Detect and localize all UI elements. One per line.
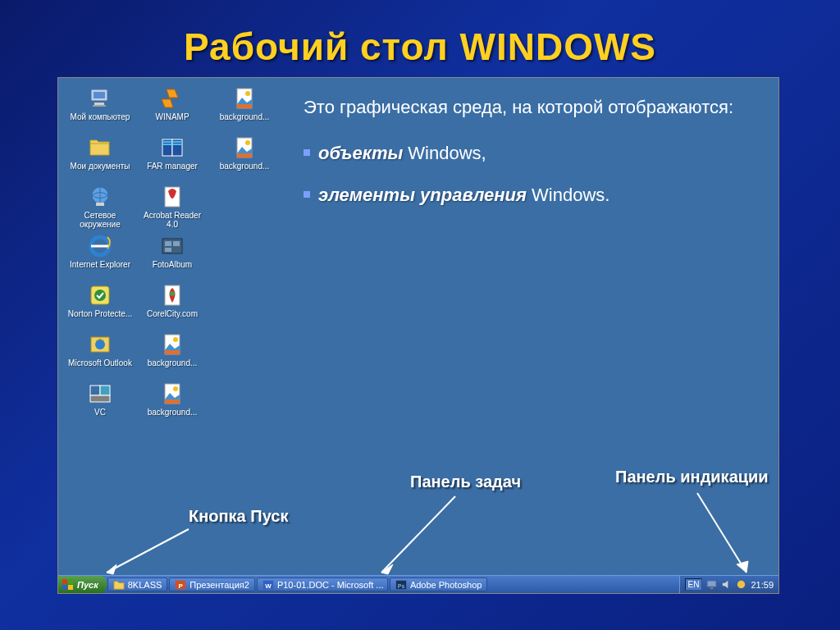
icon-norton[interactable]: Norton Protecte... — [66, 281, 134, 327]
svg-rect-38 — [237, 153, 252, 158]
icon-my-computer[interactable]: Мой компьютер — [66, 84, 134, 130]
body-text: Это графическая среда, на которой отобра… — [304, 95, 763, 208]
taskbar-item[interactable]: Ps Adobe Photoshop — [390, 578, 487, 591]
corelcity-icon — [158, 281, 186, 309]
display-icon[interactable] — [706, 579, 717, 590]
svg-rect-24 — [165, 248, 171, 252]
icon-internet-explorer[interactable]: Internet Explorer — [66, 232, 134, 278]
volume-icon[interactable] — [721, 579, 732, 590]
bullet-list: объекты Windows, элементы управления Win… — [304, 141, 763, 208]
icon-background[interactable]: background... — [211, 84, 278, 130]
svg-text:P: P — [179, 582, 183, 589]
language-indicator[interactable]: EN — [685, 578, 703, 591]
svg-rect-41 — [62, 585, 67, 590]
icon-network-places[interactable]: Сетевое окружение — [66, 183, 134, 229]
svg-rect-35 — [237, 104, 252, 108]
icon-grid: Мой компьютер Мои документы Сетевое окру… — [66, 84, 278, 426]
svg-text:W: W — [265, 582, 272, 589]
svg-point-28 — [173, 337, 178, 342]
svg-rect-50 — [710, 587, 714, 589]
taskbar-item[interactable]: W P10-01.DOC - Microsoft ... — [257, 578, 388, 591]
bullet-emphasis: объекты — [318, 143, 403, 163]
task-label: Презентация2 — [189, 580, 249, 590]
svg-rect-12 — [100, 386, 110, 395]
icon-label: background... — [148, 358, 198, 377]
arrow-icon — [689, 489, 771, 579]
icon-background[interactable]: background... — [211, 134, 278, 180]
icon-background[interactable]: background... — [139, 331, 206, 377]
icon-vc[interactable]: VC — [66, 380, 134, 426]
icon-label: Microsoft Outlook — [68, 358, 132, 377]
winamp-icon — [158, 84, 186, 112]
icon-outlook[interactable]: Microsoft Outlook — [66, 331, 134, 377]
bullet-rest: Windows, — [403, 143, 486, 163]
windows-logo-icon — [62, 578, 75, 591]
icon-label: Сетевое окружение — [67, 211, 133, 229]
svg-rect-23 — [173, 241, 180, 246]
acrobat-reader-icon — [158, 183, 186, 211]
icon-far[interactable]: FAR manager — [139, 134, 206, 180]
background-icon — [231, 84, 258, 112]
svg-rect-18 — [163, 144, 171, 145]
background-icon — [231, 134, 258, 162]
svg-point-31 — [173, 386, 178, 391]
svg-rect-2 — [94, 103, 104, 105]
fotoalbum-icon — [158, 232, 186, 260]
icon-corelcity[interactable]: CorelCity.com — [139, 281, 206, 327]
svg-point-26 — [170, 291, 175, 296]
svg-rect-32 — [165, 399, 180, 404]
icon-label: Мои документы — [71, 162, 130, 180]
start-label: Пуск — [77, 580, 98, 590]
svg-text:Ps: Ps — [398, 582, 405, 588]
task-label: P10-01.DOC - Microsoft ... — [277, 580, 384, 590]
icon-winamp[interactable]: WINAMP — [139, 84, 206, 130]
my-documents-icon — [86, 134, 114, 162]
far-manager-icon — [158, 134, 186, 162]
icon-label: background... — [220, 162, 270, 180]
icon-label: WINAMP — [155, 112, 189, 130]
svg-line-54 — [381, 496, 455, 573]
svg-rect-11 — [90, 386, 100, 395]
annotation-start: Кнопка Пуск — [189, 507, 288, 526]
icon-background[interactable]: background... — [139, 380, 206, 426]
slide-title: Рабочий стол WINDOWS — [0, 0, 840, 69]
icon-my-documents[interactable]: Мои документы — [66, 134, 134, 180]
icon-label: Internet Explorer — [70, 260, 130, 278]
svg-marker-53 — [107, 564, 116, 574]
arrow-icon — [98, 525, 197, 582]
icon-label: CorelCity.com — [147, 309, 198, 327]
svg-rect-17 — [173, 141, 181, 143]
bullet-emphasis: элементы управления — [318, 185, 527, 205]
svg-rect-22 — [165, 241, 171, 246]
task-label: Adobe Photoshop — [410, 580, 482, 590]
word-icon: W — [262, 579, 274, 591]
icon-label: Norton Protecte... — [68, 309, 132, 327]
bullet-item: элементы управления Windows. — [304, 183, 763, 208]
intro-text: Это графическая среда, на которой отобра… — [304, 95, 763, 120]
svg-rect-3 — [93, 105, 106, 107]
norton-icon — [86, 281, 114, 309]
icon-column: background... background... — [211, 84, 278, 426]
svg-rect-29 — [165, 350, 180, 354]
svg-rect-42 — [68, 585, 73, 590]
icon-acrobat[interactable]: Acrobat Reader 4.0 — [139, 183, 206, 229]
network-places-icon — [86, 183, 114, 211]
icon-fotoalbum[interactable]: FotoAlbum — [139, 232, 206, 278]
svg-rect-13 — [90, 395, 110, 402]
svg-rect-5 — [96, 203, 104, 206]
svg-line-52 — [107, 529, 189, 573]
arrow-icon — [373, 492, 472, 578]
background-icon — [158, 331, 186, 358]
icon-label: FotoAlbum — [153, 260, 192, 278]
svg-rect-39 — [62, 579, 67, 584]
photoshop-icon: Ps — [395, 579, 407, 591]
bullet-marker-icon — [304, 149, 310, 156]
icon-column: WINAMP FAR manager Acrobat Reader 4.0 — [139, 84, 206, 426]
svg-line-56 — [697, 493, 746, 573]
tray-app-icon[interactable] — [736, 579, 746, 590]
icon-label: VC — [94, 408, 106, 426]
bullet-marker-icon — [304, 191, 310, 198]
icon-label: Мой компьютер — [71, 112, 130, 130]
clock[interactable]: 21:59 — [751, 580, 774, 590]
annotation-taskbar: Панель задач — [410, 472, 521, 491]
